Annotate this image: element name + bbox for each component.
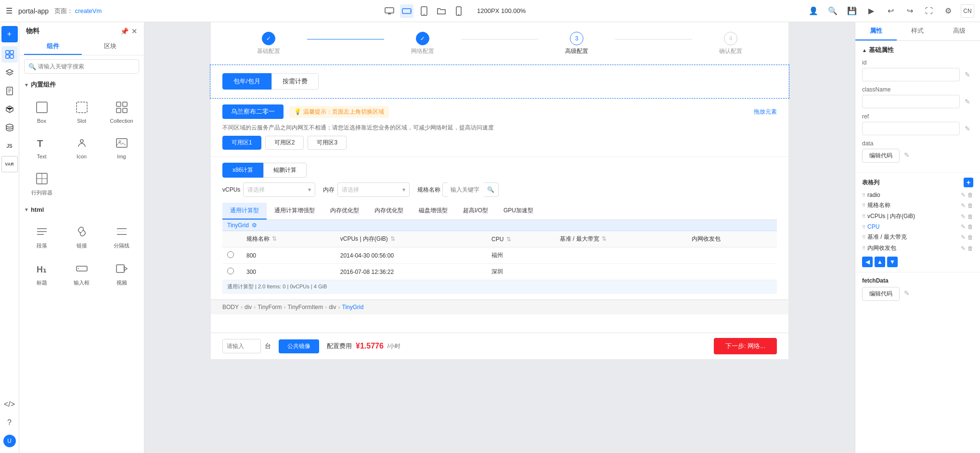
code-icon[interactable]: </> (1, 396, 18, 413)
cn-icon[interactable]: CN (961, 4, 974, 18)
mirror-btn[interactable]: 公共镜像 (279, 339, 319, 353)
breadcrumb-tinyform[interactable]: TinyForm (258, 304, 282, 311)
col-delete-vcpu[interactable]: 🗑 (967, 213, 973, 220)
component-link[interactable]: 链接 (62, 218, 101, 254)
close-panel-icon[interactable]: ✕ (131, 27, 137, 35)
var-icon[interactable]: VAR (1, 156, 18, 172)
component-paragraph[interactable]: 段落 (22, 218, 61, 254)
col-delete-bw[interactable]: 🗑 (967, 234, 973, 241)
desktop-icon[interactable] (383, 4, 396, 18)
undo-icon[interactable]: ↩ (884, 4, 897, 18)
instance-tab-ultra-io[interactable]: 超高I/O型 (455, 203, 496, 220)
col-edit-radio[interactable]: ✎ (961, 192, 966, 198)
ref-input[interactable] (862, 122, 960, 135)
folder-icon[interactable] (435, 4, 448, 18)
col-handle-vcpu[interactable]: ⠿ (862, 214, 865, 219)
component-img[interactable]: Img (102, 129, 141, 164)
billing-tab-demand[interactable]: 按需计费 (271, 73, 319, 90)
drag-region-hint[interactable]: 拖放元素 (754, 108, 777, 116)
breadcrumb-body[interactable]: BODY (222, 304, 239, 311)
sort-bandwidth[interactable]: ⇅ (602, 235, 606, 242)
classname-input[interactable] (862, 95, 960, 108)
prop-tab-styles[interactable]: 样式 (897, 22, 938, 40)
settings-icon[interactable]: ⚙ (941, 4, 955, 18)
quantity-input[interactable] (222, 339, 261, 353)
billing-tab-yearly[interactable]: 包年/包月 (222, 73, 271, 90)
col-nav-down[interactable]: ▼ (887, 257, 898, 267)
user-avatar-icon[interactable]: U (1, 433, 18, 449)
col-delete-cpu[interactable]: 🗑 (967, 223, 973, 230)
col-handle-cpu[interactable]: ⠿ (862, 224, 865, 230)
component-box[interactable]: Box (22, 94, 61, 129)
col-edit-cpu[interactable]: ✎ (961, 223, 966, 230)
col-handle-bw[interactable]: ⠿ (862, 234, 865, 240)
compute-tab-x86[interactable]: x86计算 (222, 163, 263, 178)
col-edit-bw[interactable]: ✎ (961, 234, 966, 241)
zone-btn-1[interactable]: 可用区1 (222, 136, 261, 150)
tablet-landscape-icon[interactable] (400, 4, 413, 18)
mem-select[interactable]: 请选择 ▾ (337, 182, 410, 197)
row2-radio[interactable] (227, 268, 234, 274)
tablet-portrait-icon[interactable] (417, 4, 431, 18)
search-icon[interactable]: 🔍 (826, 4, 839, 18)
menu-icon[interactable]: ☰ (6, 6, 13, 15)
instance-tab-mem-opt2[interactable]: 内存优化型 (367, 203, 411, 220)
col-edit-vcpu[interactable]: ✎ (961, 213, 966, 220)
vcpu-select[interactable]: 请选择 ▾ (243, 182, 315, 197)
col-edit-net[interactable]: ✎ (961, 245, 966, 252)
component-slot[interactable]: Slot (62, 94, 101, 129)
col-delete-radio[interactable]: 🗑 (967, 192, 973, 198)
js-icon[interactable]: JS (1, 138, 18, 154)
sort-cpu[interactable]: ⇅ (506, 236, 511, 243)
tiny-grid-settings-icon[interactable]: ⚙ (252, 222, 257, 229)
col-delete-spec[interactable]: 🗑 (967, 202, 973, 209)
zone-btn-2[interactable]: 可用区2 (265, 136, 304, 150)
save-icon[interactable]: 💾 (845, 4, 859, 18)
play-icon[interactable]: ▶ (864, 4, 878, 18)
sort-spec[interactable]: ⇅ (272, 235, 277, 242)
ref-edit-icon[interactable]: ✎ (962, 123, 973, 134)
breadcrumb-div1[interactable]: div (245, 304, 252, 311)
component-text[interactable]: T Text (22, 129, 61, 164)
col-handle-net[interactable]: ⠿ (862, 246, 865, 251)
col-delete-net[interactable]: 🗑 (967, 245, 973, 252)
cube-icon[interactable] (1, 101, 18, 117)
region-btn[interactable]: 乌兰察布二零一 (222, 104, 284, 119)
breadcrumb-tinyformitem[interactable]: TinyFormItem (288, 304, 323, 311)
html-section-header[interactable]: ▼ html (19, 203, 144, 216)
builtin-section-header[interactable]: ▼ 内置组件 (19, 78, 144, 92)
fullscreen-icon[interactable]: ⛶ (922, 4, 936, 18)
page-icon[interactable] (1, 83, 18, 99)
instance-tab-general-enhanced[interactable]: 通用计算增强型 (267, 203, 322, 220)
component-heading[interactable]: H₁ 标题 (22, 255, 61, 291)
zone-btn-3[interactable]: 可用区3 (308, 136, 347, 150)
data-edit-btn[interactable]: 编辑代码 (862, 149, 900, 163)
instance-tab-disk-enhanced[interactable]: 磁盘增强型 (411, 203, 455, 220)
fetch-data-edit-btn[interactable]: 编辑代码 (862, 287, 900, 301)
id-input[interactable] (862, 68, 960, 81)
col-edit-spec[interactable]: ✎ (961, 202, 966, 209)
pin-icon[interactable]: 📌 (120, 27, 129, 35)
next-step-btn[interactable]: 下一步: 网络... (714, 338, 777, 354)
component-video[interactable]: 视频 (102, 255, 141, 291)
row1-radio[interactable] (227, 251, 234, 258)
data-icon[interactable] (1, 119, 18, 136)
col-handle[interactable]: ⠿ (862, 193, 865, 198)
phone-icon[interactable] (452, 4, 465, 18)
component-divider[interactable]: 分隔线 (102, 218, 141, 254)
component-icon-item[interactable]: Icon (62, 129, 101, 164)
component-input[interactable]: 输入框 (62, 255, 101, 291)
classname-edit-icon[interactable]: ✎ (962, 96, 973, 107)
search-input[interactable] (38, 63, 135, 70)
breadcrumb-div2[interactable]: div (329, 304, 336, 311)
instance-tab-general[interactable]: 通用计算型 (222, 203, 267, 220)
add-col-btn[interactable]: + (964, 178, 973, 187)
prop-tab-attributes[interactable]: 属性 (855, 22, 897, 40)
tab-blocks[interactable]: 区块 (82, 39, 140, 55)
question-icon[interactable]: ? (1, 414, 18, 431)
user-icon[interactable]: 👤 (807, 4, 820, 18)
layers-icon[interactable] (1, 65, 18, 81)
spec-search-icon[interactable]: 🔍 (487, 186, 494, 193)
sort-vcpu[interactable]: ⇅ (390, 235, 395, 242)
id-edit-icon[interactable]: ✎ (962, 69, 973, 80)
